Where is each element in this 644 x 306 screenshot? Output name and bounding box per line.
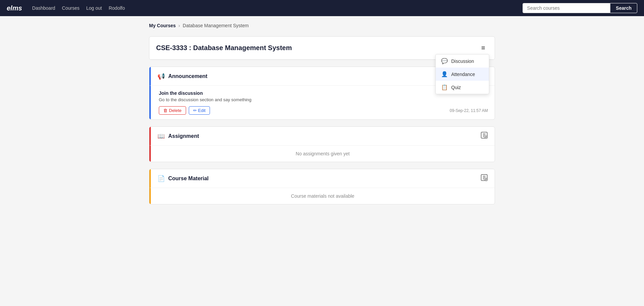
delete-label: Delete — [169, 108, 182, 113]
assignment-title-label: Assignment — [168, 133, 199, 139]
breadcrumb-separator: › — [178, 23, 180, 28]
course-material-title: 📄 Course Material — [157, 175, 209, 182]
main-content: My Courses › Database Management System … — [144, 16, 500, 218]
announcement-icon: 📢 — [157, 73, 165, 80]
breadcrumb-current: Database Management System — [183, 23, 249, 28]
nav-links: Dashboard Courses Log out Rodolfo — [32, 5, 125, 11]
edit-button[interactable]: ✏ Edit — [189, 106, 210, 115]
nav-user[interactable]: Rodolfo — [109, 5, 125, 11]
announcement-title: 📢 Announcement — [157, 73, 207, 80]
delete-button[interactable]: 🗑 Delete — [159, 106, 186, 115]
dropdown-attendance-label: Attendance — [451, 72, 475, 77]
course-material-empty: Course materials not available — [149, 188, 495, 204]
dropdown-quiz[interactable]: 📋 Quiz — [436, 81, 489, 94]
assignment-section: 📖 Assignment No assignments given yet — [149, 126, 495, 162]
assignment-header: 📖 Assignment — [149, 127, 495, 146]
announcement-title-label: Announcement — [168, 73, 207, 79]
edit-icon: ✏ — [193, 108, 197, 113]
search-bar: Search — [523, 3, 637, 13]
nav-courses[interactable]: Courses — [62, 5, 79, 11]
breadcrumb-parent[interactable]: My Courses — [149, 23, 176, 28]
course-material-add-icon[interactable] — [480, 174, 488, 183]
course-dropdown-menu: 💬 Discussion 👤 Attendance 📋 Quiz — [435, 54, 489, 94]
course-material-title-label: Course Material — [168, 176, 209, 182]
course-card: CSE-3333 : Database Management System ≡ … — [149, 36, 495, 60]
assignment-title: 📖 Assignment — [157, 132, 199, 140]
assignment-icon: 📖 — [157, 132, 165, 140]
trash-icon: 🗑 — [163, 108, 168, 113]
discussion-icon: 💬 — [441, 58, 448, 64]
quiz-icon: 📋 — [441, 84, 448, 90]
nav-logout[interactable]: Log out — [86, 5, 102, 11]
dropdown-attendance[interactable]: 👤 Attendance — [436, 68, 489, 81]
course-title: CSE-3333 : Database Management System — [156, 44, 292, 52]
breadcrumb: My Courses › Database Management System — [149, 23, 495, 28]
brand-logo: elms — [7, 4, 22, 12]
announcement-buttons: 🗑 Delete ✏ Edit — [159, 106, 210, 115]
hamburger-menu-icon[interactable]: ≡ — [478, 43, 488, 53]
course-material-icon: 📄 — [157, 175, 165, 182]
course-material-header: 📄 Course Material — [149, 169, 495, 188]
dropdown-discussion[interactable]: 💬 Discussion — [436, 54, 489, 68]
announcement-actions: 🗑 Delete ✏ Edit 09-Sep-22, 11:57 AM — [159, 106, 488, 115]
dropdown-discussion-label: Discussion — [451, 59, 474, 64]
announcement-item-desc: Go to the discussion section and say som… — [159, 97, 488, 102]
attendance-icon: 👤 — [441, 71, 448, 77]
assignment-add-icon[interactable] — [480, 131, 488, 141]
course-material-section: 📄 Course Material Course materials not a… — [149, 169, 495, 204]
navbar: elms Dashboard Courses Log out Rodolfo S… — [0, 0, 644, 16]
search-input[interactable] — [523, 3, 610, 13]
edit-label: Edit — [198, 108, 206, 113]
nav-dashboard[interactable]: Dashboard — [32, 5, 56, 11]
dropdown-quiz-label: Quiz — [451, 85, 461, 90]
search-button[interactable]: Search — [610, 3, 637, 13]
assignment-empty: No assignments given yet — [149, 146, 495, 162]
announcement-timestamp: 09-Sep-22, 11:57 AM — [450, 108, 488, 113]
